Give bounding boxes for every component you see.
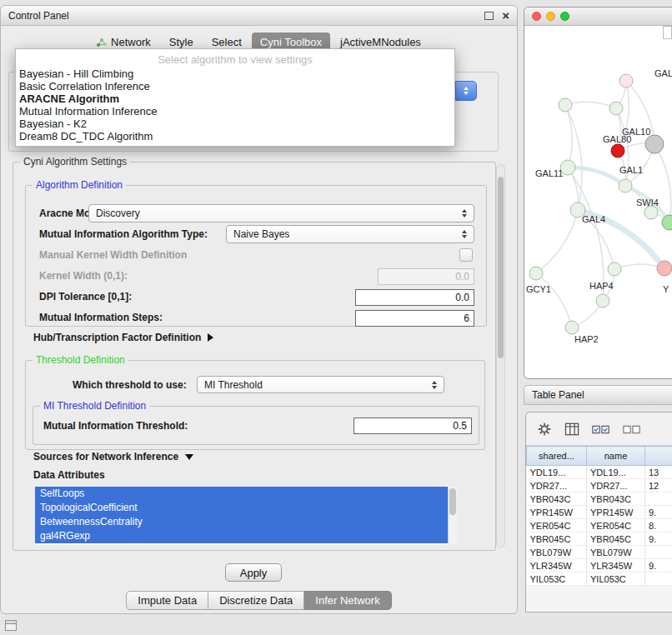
- table-cell[interactable]: YBR045C: [587, 532, 645, 546]
- settings-scrollbar[interactable]: [496, 164, 505, 548]
- table-row[interactable]: YIL053CYIL053C: [527, 572, 672, 586]
- network-node[interactable]: [565, 321, 579, 334]
- scrollbar-thumb[interactable]: [449, 488, 456, 515]
- table-cell[interactable]: YER054C: [527, 519, 587, 532]
- network-node[interactable]: [644, 206, 658, 219]
- table-cell[interactable]: YDL19...: [587, 466, 645, 479]
- data-attributes-list[interactable]: SelfLoopsTopologicalCoefficientBetweenne…: [35, 487, 457, 545]
- column-header-shared-name[interactable]: shared...: [527, 447, 587, 466]
- table-cell[interactable]: 13: [645, 466, 672, 479]
- table-panel-titlebar[interactable]: Table Panel: [524, 385, 672, 405]
- table-cell[interactable]: YIL053C: [587, 572, 645, 586]
- tab-label: Cyni Toolbox: [260, 36, 322, 48]
- select-all-icon[interactable]: [592, 423, 610, 435]
- network-node[interactable]: [608, 262, 621, 276]
- table-panel-title: Table Panel: [532, 389, 584, 401]
- table-row[interactable]: YBL079WYBL079W: [527, 546, 672, 559]
- manual-kernel-width-checkbox[interactable]: [459, 248, 473, 262]
- table-cell[interactable]: YBR043C: [587, 492, 645, 506]
- mi-steps-input[interactable]: [355, 310, 474, 327]
- tab-discretize-data[interactable]: Discretize Data: [208, 591, 304, 610]
- table-cell[interactable]: YIL053C: [527, 572, 587, 586]
- network-window-titlebar[interactable]: [524, 8, 672, 26]
- which-threshold-select[interactable]: MI Threshold: [197, 376, 444, 393]
- tab-impute-data[interactable]: Impute Data: [126, 591, 208, 610]
- table-cell[interactable]: 8.: [645, 519, 672, 532]
- algorithm-definition-group: Algorithm Definition Aracne Mode: Discov…: [25, 185, 487, 327]
- column-header-partial[interactable]: [645, 447, 672, 466]
- table-cell[interactable]: YDR27...: [587, 479, 645, 492]
- mi-threshold-input[interactable]: [354, 418, 472, 434]
- table-cell[interactable]: YLR345W: [587, 559, 645, 572]
- gear-icon[interactable]: [537, 422, 552, 437]
- table-cell[interactable]: YBR043C: [527, 492, 587, 506]
- network-node[interactable]: [611, 144, 624, 158]
- table-row[interactable]: YBR045CYBR045C9.: [527, 532, 672, 546]
- data-attribute-item[interactable]: TopologicalCoefficient: [35, 501, 449, 515]
- table-cell[interactable]: [645, 492, 672, 506]
- tab-infer-network[interactable]: Infer Network: [304, 591, 391, 610]
- table-cell[interactable]: YBL079W: [587, 546, 645, 559]
- table-cell[interactable]: YPR145W: [587, 506, 645, 519]
- minimized-panel-icon[interactable]: [5, 620, 17, 631]
- table-row[interactable]: YDL19...YDL19...13: [527, 466, 672, 479]
- aracne-mode-select[interactable]: Discovery: [88, 204, 474, 222]
- clear-selection-icon[interactable]: [623, 423, 641, 435]
- algorithm-option[interactable]: ARACNE Algorithm: [16, 92, 454, 105]
- column-header-name[interactable]: name: [587, 447, 645, 466]
- table-cell[interactable]: 9.: [645, 532, 672, 546]
- close-traffic-light-icon[interactable]: [532, 12, 541, 21]
- network-node[interactable]: [559, 98, 572, 112]
- network-node[interactable]: [609, 102, 623, 115]
- close-icon[interactable]: ×: [502, 9, 509, 22]
- table-cell[interactable]: YBR045C: [527, 532, 587, 546]
- table-row[interactable]: YER054CYER054C8.: [527, 519, 672, 532]
- network-node[interactable]: [619, 179, 632, 192]
- algorithm-option[interactable]: Basic Correlation Inference: [16, 80, 454, 92]
- table-cell[interactable]: 9.: [645, 506, 672, 519]
- sources-section-label: Sources for Network Inference: [33, 451, 178, 462]
- network-scrollbar-fragment[interactable]: [663, 26, 672, 39]
- table-cell[interactable]: 9.: [645, 559, 672, 572]
- mi-algorithm-type-select[interactable]: Naive Bayes: [226, 225, 474, 243]
- float-window-icon[interactable]: [484, 12, 494, 20]
- table-row[interactable]: YLR345WYLR345W9.: [527, 559, 672, 572]
- network-node[interactable]: [657, 261, 672, 276]
- scrollbar-thumb[interactable]: [498, 177, 504, 358]
- attributes-list-scrollbar[interactable]: [448, 487, 457, 545]
- network-node[interactable]: [619, 74, 633, 88]
- table-cell[interactable]: YER054C: [587, 519, 645, 532]
- table-row[interactable]: YDR27...YDR27...12: [527, 479, 672, 492]
- network-node[interactable]: [529, 267, 543, 280]
- table-cell[interactable]: YDL19...: [527, 466, 587, 479]
- table-cell[interactable]: [645, 546, 672, 559]
- network-node[interactable]: [645, 135, 664, 153]
- control-panel-titlebar[interactable]: Control Panel ×: [1, 6, 517, 26]
- data-attribute-item[interactable]: gal4RGexp: [35, 529, 449, 543]
- sources-for-network-inference-section[interactable]: Sources for Network Inference: [33, 451, 193, 462]
- table-cell[interactable]: 12: [645, 479, 672, 492]
- algorithm-option[interactable]: Mutual Information Inference: [16, 105, 454, 118]
- network-node-label: GAL11: [535, 168, 563, 178]
- table-cell[interactable]: [645, 572, 672, 586]
- network-node[interactable]: [596, 294, 609, 308]
- algorithm-option[interactable]: Bayesian - K2: [16, 118, 454, 130]
- apply-button[interactable]: Apply: [225, 563, 282, 582]
- table-cell[interactable]: YPR145W: [527, 506, 587, 519]
- table-row[interactable]: YBR043CYBR043C: [527, 492, 672, 506]
- data-attribute-item[interactable]: BetweennessCentrality: [35, 515, 449, 529]
- zoom-traffic-light-icon[interactable]: [560, 12, 569, 21]
- table-cell[interactable]: YBL079W: [527, 546, 587, 559]
- minimize-traffic-light-icon[interactable]: [546, 12, 555, 21]
- dpi-tolerance-input[interactable]: [355, 289, 474, 306]
- data-attribute-item[interactable]: SelfLoops: [35, 487, 449, 501]
- table-cell[interactable]: YLR345W: [527, 559, 587, 572]
- network-canvas[interactable]: GAL80GAL10GAL11GAL1SWI4GAL4GCY1HAP4HAP2G…: [524, 26, 672, 379]
- table-row[interactable]: YPR145WYPR145W9.: [527, 506, 672, 519]
- column-selector-icon[interactable]: [564, 422, 579, 436]
- algorithm-combo-arrow-button[interactable]: [455, 81, 477, 101]
- hub-transcription-factor-section[interactable]: Hub/Transcription Factor Definition: [33, 332, 213, 343]
- table-cell[interactable]: YDR27...: [527, 479, 587, 492]
- algorithm-option[interactable]: Dream8 DC_TDC Algorithm: [16, 130, 454, 142]
- algorithm-option[interactable]: Bayesian - Hill Climbing: [16, 68, 454, 80]
